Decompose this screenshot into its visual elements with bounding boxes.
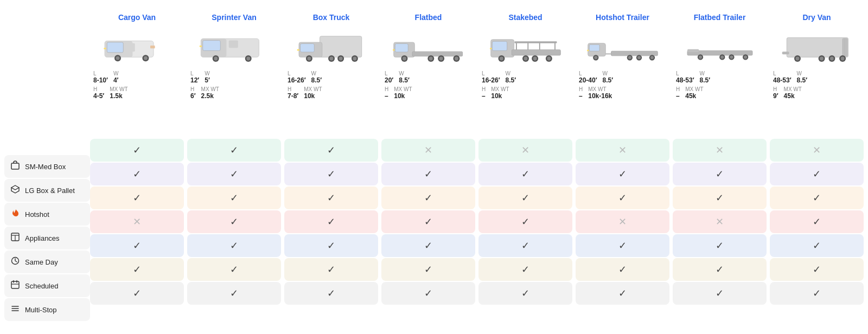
capability-cell: ✕ (90, 210, 184, 233)
capability-cell: ✓ (381, 282, 475, 305)
capability-cell: ✓ (90, 258, 184, 281)
capability-cell: ✓ (576, 187, 669, 209)
svg-point-51 (439, 57, 443, 61)
svg-rect-44 (395, 44, 408, 52)
svg-point-70 (547, 57, 551, 61)
svg-point-106 (840, 57, 844, 61)
svg-point-27 (214, 57, 218, 61)
svg-point-94 (744, 55, 747, 59)
dry-van-capabilities: ✕ ✓ ✓ ✓ ✓ ✓ ✓ (770, 139, 864, 305)
flatbed-specs: L20′ W8.5′ H– MX WT10k (385, 70, 472, 102)
sidebar-item-same-day[interactable]: Same Day (4, 251, 90, 273)
box-truck-specs: L16-26′ W8.5′ H7-8′ MX WT10k (288, 70, 375, 102)
vehicle-col-flatbed: Flatbed (381, 9, 475, 323)
flatbed-header: Flatbed (381, 9, 475, 139)
capability-cell: ✓ (673, 282, 767, 305)
box-truck-name: Box Truck (313, 13, 350, 22)
vehicle-col-sprinter-van: Sprinter Van (187, 9, 281, 323)
capability-cell: ✓ (478, 282, 572, 305)
capability-cell: ✓ (381, 210, 475, 233)
svg-rect-71 (490, 48, 492, 49)
sidebar-item-hotshot-label: Hotshot (25, 210, 49, 219)
flatbed-trailer-name: Flatbed Trailer (694, 13, 746, 22)
svg-point-41 (353, 57, 356, 61)
page-container: SM-Med Box LG Box & Pallet Hotshot Appli… (0, 0, 868, 332)
sidebar-item-scheduled[interactable]: Scheduled (4, 274, 90, 297)
capability-cell: ✓ (187, 258, 281, 281)
capability-cell: ✓ (673, 234, 767, 257)
sidebar-item-appliances[interactable]: Appliances (4, 227, 90, 249)
svg-point-66 (524, 57, 527, 61)
svg-point-104 (830, 57, 834, 61)
capability-cell: ✓ (478, 258, 572, 281)
appliances-icon (10, 232, 21, 244)
svg-point-49 (429, 57, 432, 61)
capability-cell: ✓ (187, 163, 281, 185)
sm-med-box-icon (10, 160, 21, 172)
svg-point-47 (403, 57, 406, 61)
capability-cell: ✓ (381, 187, 475, 209)
hotshot-trailer-header: Hotshot Trailer (576, 9, 669, 139)
capability-cell: ✓ (478, 210, 572, 233)
sidebar-item-sm-med-box[interactable]: SM-Med Box (4, 155, 90, 178)
sidebar-item-multi-stop-label: Multi-Stop (25, 306, 57, 314)
svg-point-64 (500, 57, 503, 61)
svg-rect-75 (611, 51, 658, 56)
capability-cell: ✕ (576, 139, 669, 162)
scheduled-icon (10, 280, 21, 292)
sprinter-van-image (190, 26, 278, 65)
stakebed-name: Stakebed (508, 13, 542, 22)
svg-rect-33 (300, 44, 314, 52)
svg-rect-73 (589, 44, 599, 51)
vehicle-col-cargo-van: Cargo Van (90, 9, 184, 323)
sidebar-item-lg-box-pallet[interactable]: LG Box & Pallet (4, 179, 90, 202)
capability-cell: ✕ (478, 139, 572, 162)
capability-cell: ✓ (187, 282, 281, 305)
svg-rect-95 (787, 37, 848, 57)
sprinter-van-header: Sprinter Van (187, 9, 281, 139)
svg-rect-84 (587, 50, 589, 52)
svg-rect-86 (687, 49, 699, 52)
hotshot-trailer-capabilities: ✕ ✓ ✓ ✕ ✓ ✓ ✓ (576, 139, 669, 305)
dry-van-name: Dry Van (802, 13, 831, 22)
capability-cell: ✓ (576, 258, 669, 281)
capability-cell: ✓ (770, 258, 864, 281)
same-day-icon (10, 256, 21, 268)
svg-rect-15 (125, 43, 135, 52)
sidebar: SM-Med Box LG Box & Pallet Hotshot Appli… (4, 9, 90, 323)
cargo-van-header: Cargo Van (90, 9, 184, 139)
capability-cell: ✓ (284, 210, 378, 233)
sidebar-item-hotshot[interactable]: Hotshot (4, 203, 90, 226)
stakebed-specs: L16-26′ W8.5′ H– MX WT10k (482, 70, 569, 102)
svg-point-100 (795, 57, 799, 61)
capability-cell: ✓ (90, 139, 184, 162)
svg-rect-5 (11, 281, 19, 288)
svg-point-29 (246, 57, 250, 61)
capability-cell: ✓ (187, 210, 281, 233)
flatbed-trailer-capabilities: ✕ ✓ ✓ ✕ ✓ ✓ ✓ (673, 139, 767, 305)
capability-cell: ✓ (673, 258, 767, 281)
vehicle-col-flatbed-trailer: Flatbed Trailer (673, 9, 767, 323)
svg-point-81 (637, 56, 641, 59)
sidebar-item-multi-stop[interactable]: Multi-Stop (4, 298, 90, 321)
sprinter-van-specs: L12′ W5′ H6′ MX WT2.5k (190, 70, 278, 102)
cargo-van-image (93, 26, 181, 65)
dry-van-header: Dry Van (770, 9, 864, 139)
sidebar-item-lg-box-pallet-label: LG Box & Pallet (25, 187, 75, 195)
flatbed-trailer-header: Flatbed Trailer (673, 9, 767, 139)
capability-cell: ✓ (90, 163, 184, 185)
svg-rect-45 (412, 52, 463, 56)
capability-cell: ✕ (381, 139, 475, 162)
capability-cell: ✓ (284, 282, 378, 305)
capability-cell: ✓ (381, 258, 475, 281)
svg-rect-0 (11, 163, 19, 169)
cargo-van-name: Cargo Van (118, 13, 156, 22)
capability-cell: ✓ (187, 139, 281, 162)
capability-cell: ✓ (284, 163, 378, 185)
capability-cell: ✓ (187, 234, 281, 257)
svg-rect-42 (297, 49, 299, 51)
svg-rect-31 (320, 36, 361, 57)
capability-cell: ✓ (90, 234, 184, 257)
dry-van-specs: L48-53′ W8.5′ H9′ MX WT45k (773, 70, 860, 102)
box-truck-capabilities: ✓ ✓ ✓ ✓ ✓ ✓ ✓ (284, 139, 378, 305)
